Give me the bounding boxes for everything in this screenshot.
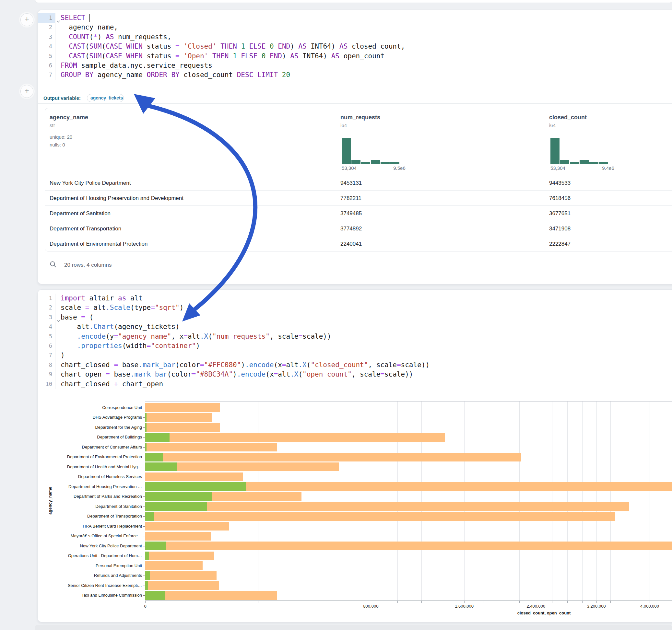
code-line[interactable]: 7GROUP BY agency_name ORDER BY closed_co… <box>38 70 672 80</box>
code-text[interactable]: scale = alt.Scale(type="sqrt") <box>55 303 184 312</box>
column-header[interactable]: num_requests <box>340 114 380 121</box>
y-axis-label: Personal Exemption Unit <box>38 563 142 569</box>
table-row[interactable]: Department of Sanitation37494853677651 <box>45 205 672 221</box>
y-axis-label: Refunds and Adjustments <box>38 573 142 579</box>
closed-count-bar <box>145 512 615 521</box>
python-code-editor[interactable]: 1import altair as alt2scale = alt.Scale(… <box>38 294 672 389</box>
histogram-min-label: 53,304 <box>550 165 565 171</box>
code-text[interactable]: GROUP BY agency_name ORDER BY closed_cou… <box>55 70 290 80</box>
y-axis-label: Department of Homeless Services <box>38 474 142 480</box>
code-text[interactable]: base = ( <box>55 313 93 322</box>
code-text[interactable]: import altair as alt <box>55 294 143 303</box>
column-stat: unique: 20 <box>50 134 72 140</box>
code-line[interactable]: 6FROM sample_data.nyc.service_requests <box>38 61 672 70</box>
table-row[interactable]: New York City Police Department945313194… <box>45 175 672 191</box>
code-text[interactable]: .encode(y="agency_name", x=alt.X("num_re… <box>55 332 331 341</box>
code-line[interactable]: 1import altair as alt <box>38 294 672 303</box>
code-text[interactable]: CAST(SUM(CASE WHEN status = 'Open' THEN … <box>55 51 384 61</box>
gridline <box>567 402 568 601</box>
y-axis-label: Department of Environmental Protection <box>38 454 142 460</box>
add-cell-button-output[interactable]: + <box>20 85 33 98</box>
column-header[interactable]: agency_name <box>50 114 88 121</box>
code-text[interactable]: .properties(width="container") <box>55 341 200 350</box>
table-row[interactable]: Department of Transportation377489234719… <box>45 221 672 236</box>
code-text[interactable]: ) <box>55 350 65 360</box>
x-axis-label: 1,600,000 <box>455 604 474 609</box>
closed-count-bar <box>145 403 220 412</box>
search-icon[interactable] <box>50 261 57 269</box>
y-axis-label: Department of Health and Mental Hyg… <box>38 464 142 470</box>
gridline <box>305 402 305 601</box>
gridline <box>536 402 536 601</box>
code-text[interactable]: chart_open = base.mark_bar(color="#8BC34… <box>55 370 413 379</box>
gridline <box>484 402 484 601</box>
chevron-down-icon[interactable] <box>56 316 60 319</box>
code-text[interactable]: alt.Chart(agency_tickets) <box>55 322 179 332</box>
code-line[interactable]: 5 .encode(y="agency_name", x=alt.X("num_… <box>38 332 672 341</box>
sql-code-editor[interactable]: 1SELECT 2 agency_name,3 COUNT(*) AS num_… <box>38 13 672 80</box>
code-line[interactable]: 3base = ( <box>38 313 672 322</box>
column-header[interactable]: closed_count <box>549 114 587 121</box>
code-line[interactable]: 3 COUNT(*) AS num_requests, <box>38 32 672 42</box>
gridline <box>552 402 552 601</box>
code-text[interactable]: agency_name, <box>55 23 118 32</box>
code-text[interactable]: chart_closed + chart_open <box>55 380 163 389</box>
x-tick <box>597 601 597 603</box>
code-text[interactable]: chart_closed = base.mark_bar(color="#FFC… <box>55 360 430 370</box>
code-line[interactable]: 1SELECT <box>38 13 672 23</box>
code-line[interactable]: 7) <box>38 350 672 360</box>
code-text[interactable]: COUNT(*) AS num_requests, <box>55 32 171 42</box>
chevron-down-icon[interactable] <box>56 17 60 20</box>
closed-count-bar <box>145 541 672 550</box>
gridline <box>610 402 611 601</box>
code-line[interactable]: 8chart_closed = base.mark_bar(color="#FF… <box>38 360 672 370</box>
table-row[interactable]: Department of Environmental Protection22… <box>45 236 672 251</box>
y-axis-label: HRA Benefit Card Replacement <box>38 524 142 529</box>
open-count-bar <box>145 482 246 491</box>
y-axis-label: Department of Sanitation <box>38 504 142 509</box>
code-line[interactable]: 9chart_open = base.mark_bar(color="#8BC3… <box>38 370 672 379</box>
open-count-bar <box>145 512 154 521</box>
code-line[interactable]: 5 CAST(SUM(CASE WHEN status = 'Open' THE… <box>38 51 672 61</box>
dataframe-preview-table: agency_namestrunique: 20nulls: 0num_requ… <box>45 108 672 251</box>
closed-count-bar <box>145 522 229 531</box>
chart-y-axis-title: agency_name <box>48 487 52 515</box>
output-variable-pill[interactable]: agency_tickets <box>87 94 124 102</box>
x-tick <box>650 601 650 603</box>
y-tick <box>143 437 145 437</box>
open-count-bar <box>145 423 146 432</box>
table-cell: Department of Environmental Protection <box>50 236 147 251</box>
table-cell: 2222847 <box>549 236 571 251</box>
closed-count-bar <box>145 413 212 422</box>
gridline <box>398 402 398 601</box>
table-cell: Department of Sanitation <box>50 206 111 221</box>
x-tick <box>567 601 568 603</box>
add-cell-button-top[interactable]: + <box>20 13 33 26</box>
y-tick <box>143 595 145 596</box>
gridline <box>371 402 371 601</box>
x-tick <box>341 601 341 603</box>
code-text[interactable]: CAST(SUM(CASE WHEN status = 'Closed' THE… <box>55 42 405 51</box>
x-tick <box>536 601 536 603</box>
code-line[interactable]: 4 CAST(SUM(CASE WHEN status = 'Closed' T… <box>38 42 672 51</box>
y-tick <box>143 526 145 527</box>
code-line[interactable]: 2 agency_name, <box>38 23 672 32</box>
line-number: 7 <box>38 70 55 80</box>
y-axis-label: Operations Unit - Department of Hom… <box>38 553 142 559</box>
code-line[interactable]: 10chart_closed + chart_open <box>38 380 672 389</box>
code-text[interactable]: SELECT <box>55 13 90 23</box>
table-row[interactable]: Department of Housing Preservation and D… <box>45 190 672 206</box>
open-count-bar <box>145 492 212 501</box>
code-line[interactable]: 4 alt.Chart(agency_tickets) <box>38 322 672 332</box>
x-tick <box>398 601 398 603</box>
code-text[interactable]: FROM sample_data.nyc.service_requests <box>55 61 212 70</box>
plot-top-border <box>145 401 672 402</box>
table-cell: 9453131 <box>340 175 362 191</box>
x-tick <box>484 601 484 603</box>
code-line[interactable]: 2scale = alt.Scale(type="sqrt") <box>38 303 672 312</box>
x-tick <box>305 601 305 603</box>
y-tick <box>143 546 145 547</box>
table-row-count: 20 rows, 4 columns <box>64 262 112 268</box>
x-tick <box>444 601 444 603</box>
code-line[interactable]: 6 .properties(width="container") <box>38 341 672 350</box>
